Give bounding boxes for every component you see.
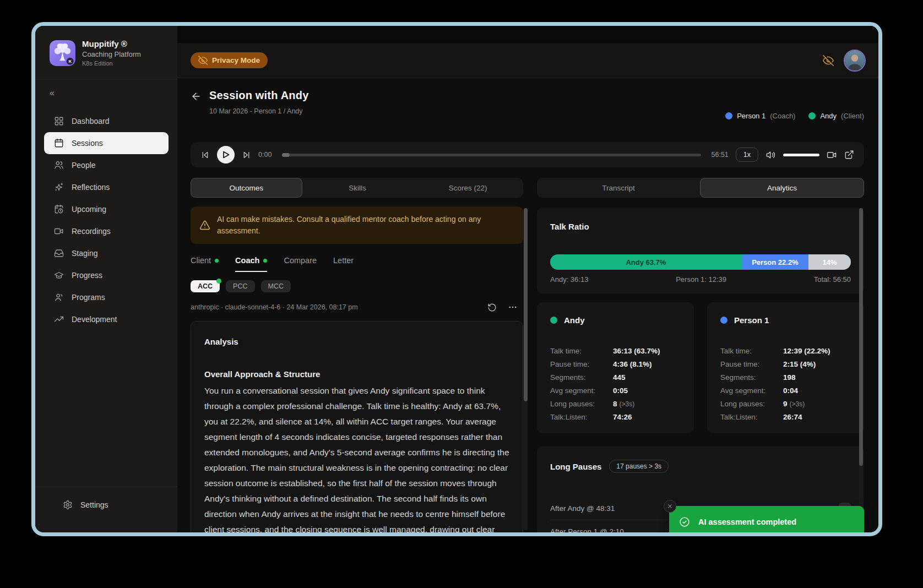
- app-edition: K8s Edition: [82, 60, 141, 67]
- tab-transcript[interactable]: Transcript: [537, 178, 700, 198]
- sidebar-item-label: Reflections: [72, 183, 110, 192]
- level-mcc-button[interactable]: MCC: [261, 280, 291, 292]
- left-panel-scrollbar[interactable]: [524, 208, 528, 530]
- warning-triangle-icon: [199, 220, 210, 231]
- legend-item-client: Andy (Client): [808, 112, 864, 120]
- app-window: K Muppitify ® Coaching Platform K8s Edit…: [31, 22, 882, 536]
- seek-bar[interactable]: [282, 154, 701, 156]
- sidebar-item-label: Staging: [72, 249, 97, 258]
- right-panel-scrollbar[interactable]: [859, 208, 863, 530]
- stat-row: Segments:198: [720, 371, 851, 384]
- external-link-icon: [844, 150, 854, 160]
- talk-ratio-bar: Andy 63.7% Person 22.2% 14%: [550, 254, 851, 270]
- volume-slider[interactable]: [783, 154, 819, 156]
- sidebar-item-recordings[interactable]: Recordings: [44, 220, 169, 242]
- session-header: Session with Andy 10 Mar 2026 - Person 1…: [191, 89, 308, 115]
- cert-level-selector: ACC PCC MCC: [191, 280, 523, 292]
- play-button[interactable]: [217, 146, 235, 164]
- skip-back-button[interactable]: [200, 150, 210, 160]
- back-button[interactable]: [191, 91, 202, 102]
- app-tagline: Coaching Platform: [82, 50, 141, 58]
- play-icon: [222, 151, 230, 159]
- skip-forward-button[interactable]: [242, 150, 251, 160]
- graduation-cap-icon: [54, 270, 64, 280]
- session-content: Session with Andy 10 Mar 2026 - Person 1…: [177, 78, 878, 532]
- level-pcc-button[interactable]: PCC: [226, 280, 254, 292]
- tab-outcomes[interactable]: Outcomes: [191, 178, 302, 198]
- avatar[interactable]: [844, 50, 866, 72]
- stat-row: Talk time:12:39 (22.2%): [720, 345, 851, 358]
- talk-ratio-card: Talk Ratio Andy 63.7% Person 22.2% 14% A…: [537, 208, 864, 293]
- sidebar-item-progress[interactable]: Progress: [44, 264, 169, 286]
- sidebar-item-staging[interactable]: Staging: [44, 242, 169, 264]
- app-header: K Muppitify ® Coaching Platform K8s Edit…: [35, 26, 177, 79]
- tab-skills[interactable]: Skills: [302, 178, 413, 198]
- speaker-stats: Talk time:36:13 (63.7%) Pause time:4:36 …: [550, 345, 681, 424]
- sidebar-item-upcoming[interactable]: Upcoming: [44, 198, 169, 220]
- assessment-tab-group: Outcomes Skills Scores (22): [191, 178, 523, 198]
- subtab-label: Compare: [284, 256, 317, 265]
- tab-analytics[interactable]: Analytics: [700, 178, 864, 198]
- subtab-client[interactable]: Client: [191, 256, 219, 272]
- sidebar-item-dashboard[interactable]: Dashboard: [44, 110, 169, 132]
- analysis-card: Analysis Overall Approach & Structure Yo…: [191, 321, 523, 532]
- legend-name: Person 1: [737, 112, 765, 120]
- level-acc-button[interactable]: ACC: [191, 280, 220, 292]
- session-title-block: Session with Andy 10 Mar 2026 - Person 1…: [209, 89, 308, 115]
- subtab-coach[interactable]: Coach: [235, 256, 267, 272]
- sidebar-item-people[interactable]: People: [44, 154, 169, 176]
- scrollbar-thumb[interactable]: [524, 208, 528, 401]
- eye-off-icon: [198, 56, 208, 65]
- sidebar-item-reflections[interactable]: Reflections: [44, 176, 169, 198]
- stat-row: Pause time:2:15 (4%): [720, 358, 851, 371]
- open-external-button[interactable]: [844, 150, 854, 160]
- scrollbar-thumb[interactable]: [859, 208, 863, 466]
- playback-speed-button[interactable]: 1x: [736, 148, 758, 162]
- refresh-icon[interactable]: [487, 303, 497, 312]
- stat-row: Talk time:36:13 (63.7%): [550, 345, 681, 358]
- analytics-tab-group: Transcript Analytics: [537, 178, 864, 198]
- users-icon: [54, 160, 64, 170]
- sparkles-icon: [54, 182, 64, 192]
- stat-row: Long pauses:9(>3s): [720, 398, 851, 411]
- volume-button[interactable]: [765, 150, 776, 160]
- privacy-eye-toggle[interactable]: [823, 55, 834, 66]
- subtab-compare[interactable]: Compare: [284, 256, 317, 272]
- duration: 56:51: [712, 151, 729, 159]
- eye-off-icon: [823, 55, 834, 66]
- ratio-segment-person: Person 22.2%: [742, 254, 808, 270]
- sidebar-collapse-button[interactable]: «: [50, 88, 62, 98]
- stat-row: Pause time:4:36 (8.1%): [550, 358, 681, 371]
- sidebar-item-sessions[interactable]: Sessions: [44, 132, 169, 154]
- long-pauses-count-badge: 17 pauses > 3s: [609, 460, 669, 473]
- talk-ratio-footer: Andy: 36:13 Person 1: 12:39 Total: 56:50: [550, 275, 851, 284]
- sidebar: K Muppitify ® Coaching Platform K8s Edit…: [35, 26, 177, 532]
- stat-row: Long pauses:8(>3s): [550, 398, 681, 411]
- toast-close-button[interactable]: [664, 500, 676, 513]
- check-circle-icon: [679, 516, 690, 527]
- privacy-mode-badge[interactable]: Privacy Mode: [191, 52, 268, 68]
- speaker-legend: Person 1 (Coach) Andy (Client): [725, 112, 864, 120]
- legend-name: Andy: [820, 112, 837, 120]
- window-top-strip: [177, 26, 878, 43]
- subtab-letter[interactable]: Letter: [333, 256, 354, 272]
- stat-row: Talk:Listen:74:26: [550, 411, 681, 424]
- app-name: Muppitify ®: [82, 39, 141, 48]
- svg-text:K: K: [68, 59, 72, 64]
- analysis-body-text: You run a conversational session that gi…: [204, 383, 509, 532]
- sidebar-item-programs[interactable]: Programs: [44, 286, 169, 308]
- seek-thumb[interactable]: [282, 153, 290, 157]
- sidebar-item-development[interactable]: Development: [44, 308, 169, 330]
- client-color-dot: [808, 112, 816, 119]
- sidebar-item-settings[interactable]: Settings: [53, 494, 160, 516]
- toast-message: AI assessment completed: [698, 518, 796, 526]
- privacy-mode-label: Privacy Mode: [212, 56, 260, 64]
- assessment-subtabs: Client Coach Compare Letter: [191, 256, 523, 272]
- ratio-segment-silence: 14%: [808, 254, 851, 270]
- video-toggle-button[interactable]: [827, 150, 837, 160]
- sidebar-item-label: Recordings: [72, 227, 111, 236]
- more-options-icon[interactable]: [508, 302, 518, 312]
- speaker-color-dot: [720, 317, 727, 324]
- tab-scores[interactable]: Scores (22): [412, 178, 523, 198]
- subtab-label: Coach: [235, 256, 259, 265]
